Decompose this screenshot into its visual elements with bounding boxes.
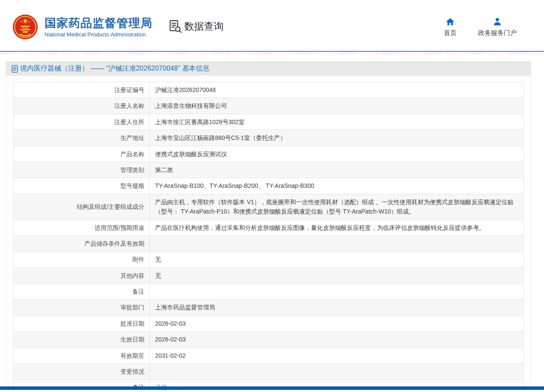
row-value: TY-AraSnap-B100、TY-AraSnap-B200、 TY-AraS… <box>150 178 524 194</box>
row-label: 产品储存条件及有效期 <box>84 240 144 247</box>
page-title: 境内医疗器械（注册） —— “沪械注准20262070048” 基本信息 <box>20 64 209 73</box>
nav-item-portal[interactable]: 政务服务门户 <box>478 17 517 37</box>
data-query-section[interactable]: 数据查询 <box>168 19 224 33</box>
row-value: 上海添音生物科技有限公司 <box>150 98 524 114</box>
row-value: 上海市药品监督管理局 <box>150 300 524 315</box>
table-row: 备注 <box>14 284 524 300</box>
row-label: 适用范围/预期用途 <box>95 224 144 231</box>
footer-bar <box>0 386 544 390</box>
row-value: 2026-02-03 <box>150 315 524 331</box>
nav-home-label: 首页 <box>444 29 457 37</box>
row-label: 附件 <box>132 256 144 263</box>
document-search-icon <box>168 19 182 33</box>
row-value <box>150 364 524 380</box>
table-row: 注册人名称 上海添音生物科技有限公司 <box>14 98 524 114</box>
row-label: 型号规格 <box>120 182 144 189</box>
row-label: 生产地址 <box>120 134 144 141</box>
table-row: 注册人住所 上海市徐汇区番禺路1028号302室 <box>14 114 524 130</box>
user-icon <box>493 17 502 27</box>
row-label: 注册人住所 <box>114 119 144 125</box>
row-label: 注册人名称 <box>114 102 144 109</box>
site-logo[interactable]: 国家药品监督管理局 National Medical Products Admi… <box>12 14 152 40</box>
row-value: 无 <box>150 252 524 267</box>
table-row: 注册证编号 沪械注准20262070048 <box>14 82 524 98</box>
table-row: 有效期至 2031-02-02 <box>14 347 524 363</box>
hatch-band <box>0 52 544 55</box>
row-value <box>150 235 524 251</box>
row-label: 结构及组成/主要组成成分 <box>77 203 144 210</box>
table-row: 其他内容 无 <box>14 267 524 283</box>
info-table: 注册证编号 沪械注准20262070048 注册人名称 上海添音生物科技有限公司… <box>13 82 524 392</box>
table-row: 注 详情 <box>14 380 524 392</box>
row-value: 产品由主机，专用软件（软件版本 V1），底座腕带和一次性使用耗材（选配）组成 。… <box>150 194 524 220</box>
row-label: 审批部门 <box>120 304 144 311</box>
table-row: 附件 无 <box>14 252 524 267</box>
row-label: 有效期至 <box>120 352 144 359</box>
table-row: 产品名称 便携式皮肤烟酸反应测试仪 <box>14 146 524 162</box>
info-table-body: 注册证编号 沪械注准20262070048 注册人名称 上海添音生物科技有限公司… <box>14 82 524 392</box>
row-value: 无 <box>150 267 524 283</box>
row-value: 产品在医疗机构使用，通过采集和分析皮肤烟酸反应图像，量化皮肤烟酸反应程度，为临床… <box>150 220 524 235</box>
home-icon <box>445 17 455 27</box>
row-label: 变更情况 <box>120 368 144 375</box>
row-label: 产品名称 <box>120 151 144 157</box>
content-panel: 境内医疗器械（注册） —— “沪械注准20262070048” 基本信息 注册证… <box>6 61 531 382</box>
table-row: 适用范围/预期用途 产品在医疗机构使用，通过采集和分析皮肤烟酸反应图像，量化皮肤… <box>14 220 524 235</box>
row-value: 沪械注准20262070048 <box>150 82 524 98</box>
row-label: 备注 <box>132 288 144 295</box>
row-value <box>150 284 524 300</box>
site-title-en: National Medical Products Administration <box>45 31 152 38</box>
document-icon <box>12 65 18 73</box>
info-table-wrap: 注册证编号 沪械注准20262070048 注册人名称 上海添音生物科技有限公司… <box>13 82 524 392</box>
table-row: 生产地址 上海市宝山区江杨南路880号C5-1室（委托生产） <box>14 130 524 146</box>
row-value: 2031-02-02 <box>150 347 524 363</box>
data-query-label: 数据查询 <box>184 20 224 33</box>
row-label: 批准日期 <box>120 320 144 327</box>
header-nav: 首页 政务服务门户 <box>444 17 517 37</box>
row-label: 管理类别 <box>120 166 144 173</box>
row-label: 其他内容 <box>120 272 144 279</box>
site-header: 国家药品监督管理局 National Medical Products Admi… <box>0 0 544 51</box>
table-row: 批准日期 2026-02-03 <box>14 315 524 331</box>
row-label: 生效日期 <box>120 336 144 343</box>
nav-portal-label: 政务服务门户 <box>478 29 517 37</box>
table-row: 变更情况 <box>14 364 524 380</box>
nav-item-home[interactable]: 首页 <box>444 17 457 37</box>
table-row: 型号规格 TY-AraSnap-B100、TY-AraSnap-B200、 TY… <box>14 178 524 194</box>
row-value: 上海市宝山区江杨南路880号C5-1室（委托生产） <box>150 130 524 146</box>
row-label: 注册证编号 <box>114 86 144 93</box>
national-emblem-icon <box>12 14 39 40</box>
table-row: 生效日期 2026-02-03 <box>14 332 524 347</box>
row-value: 便携式皮肤烟酸反应测试仪 <box>150 146 524 162</box>
row-value: 2026-02-03 <box>150 332 524 347</box>
table-row: 产品储存条件及有效期 <box>14 235 524 251</box>
table-row: 结构及组成/主要组成成分 产品由主机，专用软件（软件版本 V1），底座腕带和一次… <box>14 194 524 220</box>
site-title-cn: 国家药品监督管理局 <box>45 16 152 30</box>
table-row: 审批部门 上海市药品监督管理局 <box>14 300 524 315</box>
row-value: 上海市徐汇区番禺路1028号302室 <box>150 114 524 130</box>
row-value: 详情 <box>150 380 524 392</box>
table-row: 管理类别 第二类 <box>14 162 524 178</box>
row-value: 第二类 <box>150 162 524 178</box>
page-title-bar: 境内医疗器械（注册） —— “沪械注准20262070048” 基本信息 <box>6 62 531 76</box>
